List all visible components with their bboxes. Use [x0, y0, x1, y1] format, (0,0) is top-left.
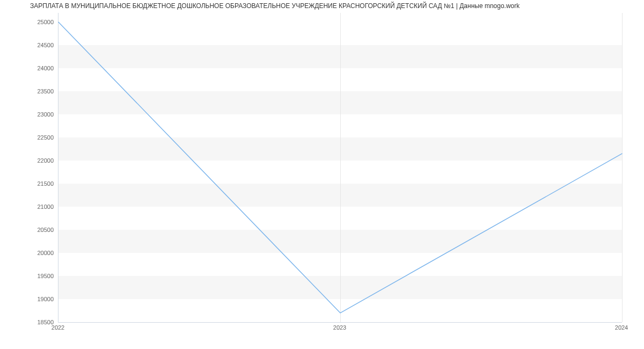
y-tick-label: 24000 [5, 65, 54, 71]
y-tick-label: 19500 [5, 273, 54, 279]
y-tick-label: 22500 [5, 134, 54, 141]
x-tick-label: 2024 [615, 324, 628, 331]
y-tick-label: 24500 [5, 42, 54, 48]
y-tick-label: 20500 [5, 227, 54, 233]
y-tick-label: 21500 [5, 180, 54, 187]
chart-title: ЗАРПЛАТА В МУНИЦИПАЛЬНОЕ БЮДЖЕТНОЕ ДОШКО… [30, 2, 519, 10]
y-tick-label: 23000 [5, 111, 54, 118]
plot-area [58, 13, 622, 323]
y-tick-label: 19000 [5, 296, 54, 302]
chart-container: ЗАРПЛАТА В МУНИЦИПАЛЬНОЕ БЮДЖЕТНОЕ ДОШКО… [0, 0, 644, 349]
y-tick-label: 25000 [5, 19, 54, 25]
y-tick-label: 21000 [5, 203, 54, 210]
x-tick-label: 2022 [52, 324, 64, 331]
y-tick-label: 22000 [5, 157, 54, 164]
chart-line [58, 13, 622, 322]
y-tick-label: 20000 [5, 250, 54, 256]
y-tick-label: 18500 [5, 319, 54, 325]
y-tick-label: 23500 [5, 88, 54, 94]
x-tick-label: 2023 [333, 324, 346, 331]
x-grid-line [622, 13, 623, 322]
